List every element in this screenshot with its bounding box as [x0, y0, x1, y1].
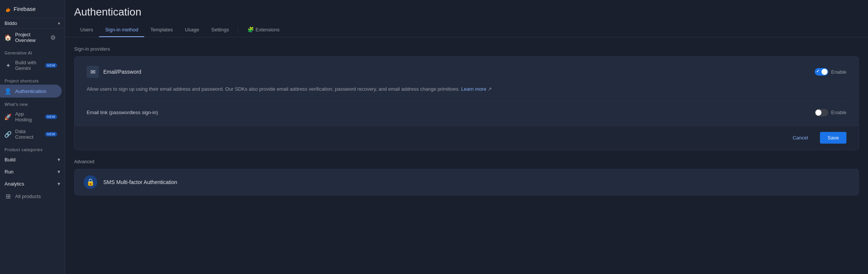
settings-icon[interactable]: ⚙	[49, 33, 57, 43]
gemini-badge: NEW	[45, 63, 57, 68]
product-categories-section-label: Product categories	[0, 143, 65, 153]
tab-sign-in-method[interactable]: Sign-in method	[99, 23, 144, 37]
tab-divider	[238, 26, 238, 34]
extensions-icon: 🧩	[247, 26, 254, 33]
mfa-card: 🔒 SMS Multi-factor Authentication	[74, 169, 859, 195]
sidebar-header: Firebase	[0, 0, 65, 18]
sign-in-providers-label: Sign-in providers	[74, 46, 859, 52]
app-hosting-icon: 🚀	[5, 113, 11, 120]
toggle-knob	[821, 69, 828, 75]
cancel-button[interactable]: Cancel	[785, 132, 815, 144]
sidebar-item-gemini-label: Build with Gemini	[15, 60, 41, 71]
tab-extensions-label: Extensions	[255, 27, 280, 33]
divider	[87, 101, 846, 101]
firebase-name-label: Firebase	[14, 6, 36, 12]
project-selector[interactable]: Biddo ▾	[0, 18, 65, 29]
app-hosting-badge: NEW	[45, 115, 57, 119]
home-icon: 🏠	[5, 34, 11, 41]
build-chevron-icon: ▾	[58, 156, 60, 163]
email-link-toggle[interactable]	[815, 109, 828, 116]
main-content: Authentication Users Sign-in method Temp…	[65, 0, 868, 274]
email-password-toggle-label: Enable	[831, 69, 846, 75]
data-connect-badge: NEW	[45, 132, 57, 136]
sidebar-item-data-connect[interactable]: 🔗 Data Connect NEW	[0, 125, 62, 143]
email-password-provider-card: ✉ Email/Password Enable Allow users to s…	[74, 56, 859, 150]
analytics-chevron-icon: ▾	[58, 181, 60, 187]
tab-usage[interactable]: Usage	[179, 23, 205, 37]
learn-more-link[interactable]: Learn more	[461, 86, 486, 92]
sidebar-item-project-overview[interactable]: 🏠 Project Overview ⚙	[0, 29, 62, 46]
email-link-row: Email link (passwordless sign-in) Enable	[87, 109, 846, 116]
provider-card-inner: ✉ Email/Password Enable Allow users to s…	[75, 57, 859, 125]
data-connect-icon: 🔗	[5, 131, 11, 138]
mfa-icon: 🔒	[84, 175, 97, 189]
email-link-toggle-row: Enable	[815, 109, 846, 116]
mfa-title: SMS Multi-factor Authentication	[103, 179, 177, 185]
tab-users[interactable]: Users	[74, 23, 99, 37]
sidebar-category-analytics[interactable]: Analytics ▾	[0, 178, 65, 190]
authentication-icon: 👤	[5, 88, 11, 94]
sidebar-item-all-products[interactable]: ⊞ All products	[0, 190, 62, 203]
tab-settings[interactable]: Settings	[205, 23, 235, 37]
email-link-toggle-knob	[815, 110, 821, 116]
card-actions: Cancel Save	[75, 125, 859, 150]
sidebar-item-build-with-gemini[interactable]: ✦ Build with Gemini NEW	[0, 57, 62, 74]
project-name-label: Biddo	[5, 20, 56, 26]
tab-templates[interactable]: Templates	[144, 23, 179, 37]
sidebar-item-overview-label: Project Overview	[15, 32, 45, 43]
provider-header-row: ✉ Email/Password Enable	[87, 66, 846, 78]
advanced-section-label: Advanced	[74, 159, 859, 164]
email-provider-icon: ✉	[87, 66, 99, 78]
sidebar-category-build[interactable]: Build ▾	[0, 153, 65, 166]
email-link-toggle-label: Enable	[831, 110, 846, 115]
tab-extensions[interactable]: 🧩 Extensions	[241, 23, 286, 37]
analytics-label: Analytics	[5, 181, 24, 187]
gemini-icon: ✦	[5, 62, 11, 69]
run-label: Run	[5, 169, 14, 175]
email-link-label: Email link (passwordless sign-in)	[87, 110, 812, 115]
firebase-logo: Firebase	[5, 6, 36, 12]
grid-icon: ⊞	[5, 193, 11, 200]
sidebar-item-dataconnect-label: Data Connect	[15, 128, 41, 140]
sidebar-item-apphosting-label: App Hosting	[15, 111, 41, 122]
sidebar: Firebase Biddo ▾ 🏠 Project Overview ⚙ Ge…	[0, 0, 65, 274]
build-label: Build	[5, 157, 16, 163]
email-password-toggle-row: Enable	[815, 68, 846, 76]
sidebar-item-allproducts-label: All products	[15, 194, 41, 199]
save-button[interactable]: Save	[820, 132, 846, 144]
page-header: Authentication Users Sign-in method Temp…	[65, 0, 868, 37]
content-area: Sign-in providers ✉ Email/Password Enabl…	[65, 37, 868, 274]
project-dropdown-arrow: ▾	[58, 21, 60, 26]
page-title: Authentication	[74, 6, 859, 18]
firebase-flame-icon	[5, 6, 11, 12]
generative-ai-section-label: Generative AI	[0, 46, 65, 57]
email-provider-name: Email/Password	[103, 69, 810, 75]
email-password-toggle[interactable]	[815, 68, 828, 76]
run-chevron-icon: ▾	[58, 169, 60, 175]
sidebar-category-run[interactable]: Run ▾	[0, 166, 65, 178]
sidebar-item-auth-label: Authentication	[15, 88, 46, 94]
tabs-bar: Users Sign-in method Templates Usage Set…	[74, 23, 859, 37]
project-shortcuts-section-label: Project shortcuts	[0, 74, 65, 85]
sidebar-item-authentication[interactable]: 👤 Authentication	[0, 85, 62, 98]
whats-new-section-label: What's new	[0, 98, 65, 108]
email-password-description: Allow users to sign up using their email…	[87, 85, 846, 93]
sidebar-item-app-hosting[interactable]: 🚀 App Hosting NEW	[0, 108, 62, 125]
